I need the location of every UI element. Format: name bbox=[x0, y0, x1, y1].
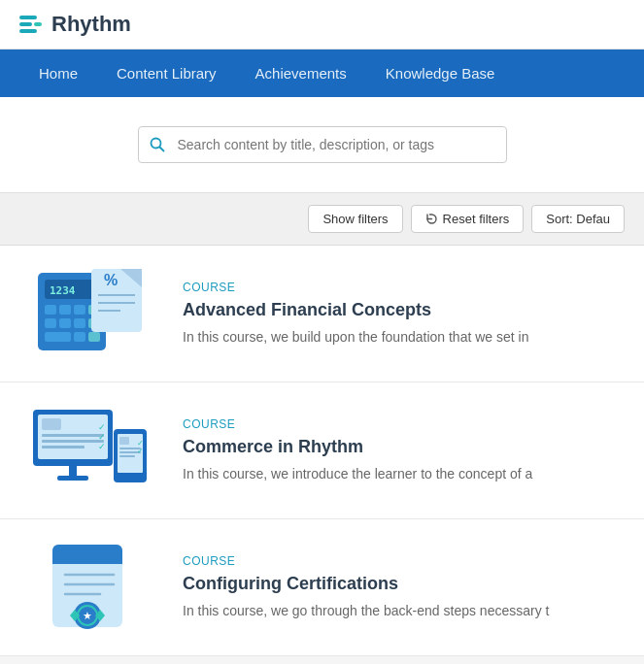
reset-filters-label: Reset filters bbox=[443, 212, 510, 226]
course-thumb-2: ★ bbox=[23, 539, 159, 636]
course-type-1: Course bbox=[183, 417, 621, 431]
courses-list: 1234 % bbox=[0, 246, 644, 656]
search-input[interactable] bbox=[138, 126, 507, 163]
svg-rect-7 bbox=[74, 305, 85, 315]
course-type-0: Course bbox=[183, 281, 621, 294]
svg-rect-11 bbox=[74, 318, 85, 328]
svg-rect-9 bbox=[45, 318, 56, 328]
svg-rect-43 bbox=[52, 556, 122, 564]
svg-text:★: ★ bbox=[83, 610, 92, 621]
svg-line-1 bbox=[159, 148, 163, 151]
svg-rect-13 bbox=[45, 332, 71, 342]
course-info-1: Course Commerce in Rhythm In this course… bbox=[183, 417, 621, 484]
course-title-0: Advanced Financial Concepts bbox=[183, 300, 621, 320]
svg-text:%: % bbox=[104, 272, 118, 288]
course-title-1: Commerce in Rhythm bbox=[183, 437, 621, 457]
svg-rect-28 bbox=[42, 440, 104, 443]
course-type-2: Course bbox=[183, 554, 621, 568]
svg-rect-14 bbox=[74, 332, 85, 342]
svg-text:✓: ✓ bbox=[98, 432, 106, 442]
course-card-2[interactable]: ★ Course Configuring Certifications In t… bbox=[0, 519, 644, 656]
course-desc-2: In this course, we go through the back-e… bbox=[183, 602, 621, 621]
svg-text:✓: ✓ bbox=[98, 422, 106, 432]
svg-text:1234: 1234 bbox=[50, 284, 76, 297]
svg-rect-10 bbox=[59, 318, 71, 328]
svg-rect-5 bbox=[45, 305, 56, 315]
svg-rect-29 bbox=[42, 446, 85, 448]
search-area bbox=[0, 97, 644, 193]
nav-item-home[interactable]: Home bbox=[19, 50, 97, 97]
svg-rect-27 bbox=[42, 434, 104, 437]
course-title-2: Configuring Certifications bbox=[183, 574, 621, 594]
logo: Rhythm bbox=[19, 12, 131, 37]
svg-rect-35 bbox=[119, 437, 129, 445]
top-bar: Rhythm bbox=[0, 0, 644, 50]
nav-item-content-library[interactable]: Content Library bbox=[97, 50, 236, 97]
sort-button[interactable]: Sort: Defau bbox=[531, 205, 625, 233]
svg-text:✓: ✓ bbox=[137, 447, 144, 455]
svg-rect-24 bbox=[69, 466, 77, 476]
course-thumb-1: ✓ ✓ ✓ ✓ ✓ bbox=[23, 402, 159, 499]
course-desc-1: In this course, we introduce the learner… bbox=[183, 465, 621, 484]
svg-rect-38 bbox=[119, 455, 135, 457]
logo-icon bbox=[19, 16, 42, 33]
reset-icon bbox=[425, 213, 438, 225]
svg-rect-6 bbox=[59, 305, 71, 315]
brand-name: Rhythm bbox=[51, 12, 131, 37]
svg-rect-26 bbox=[42, 418, 61, 430]
svg-text:✓: ✓ bbox=[98, 442, 106, 451]
course-desc-0: In this course, we build upon the founda… bbox=[183, 328, 621, 348]
nav-bar: Home Content Library Achievements Knowle… bbox=[0, 50, 644, 97]
reset-filters-button[interactable]: Reset filters bbox=[411, 205, 525, 233]
filter-bar: Show filters Reset filters Sort: Defau bbox=[0, 193, 644, 246]
course-info-2: Course Configuring Certifications In thi… bbox=[183, 554, 621, 621]
course-card-1[interactable]: ✓ ✓ ✓ ✓ ✓ Course Commerce in Rhythm In t… bbox=[0, 382, 644, 519]
nav-item-achievements[interactable]: Achievements bbox=[236, 50, 366, 97]
search-icon bbox=[150, 137, 165, 152]
course-card-0[interactable]: 1234 % bbox=[0, 246, 644, 382]
course-info-0: Course Advanced Financial Concepts In th… bbox=[183, 281, 621, 348]
nav-item-knowledge-base[interactable]: Knowledge Base bbox=[366, 50, 515, 97]
course-thumb-0: 1234 % bbox=[23, 265, 159, 362]
search-box bbox=[138, 126, 507, 163]
svg-rect-25 bbox=[57, 476, 88, 481]
show-filters-button[interactable]: Show filters bbox=[308, 205, 402, 233]
svg-rect-15 bbox=[88, 332, 100, 342]
